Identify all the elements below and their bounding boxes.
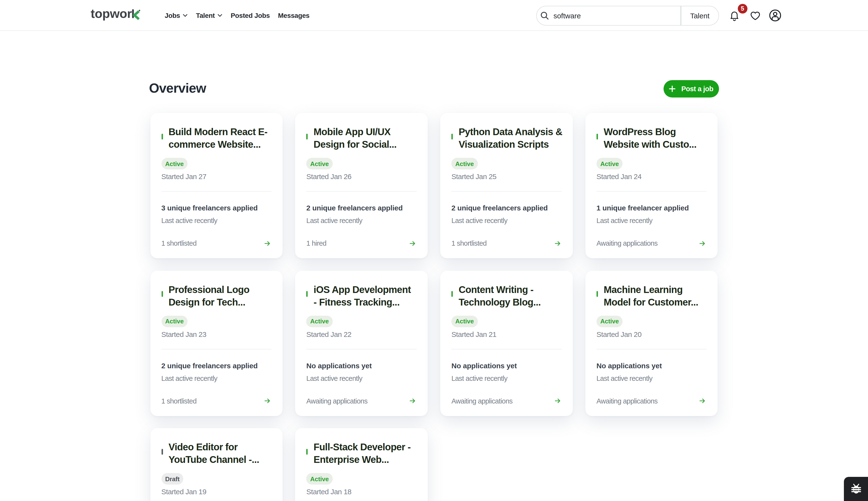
svg-text:topwor: topwor	[91, 7, 132, 21]
